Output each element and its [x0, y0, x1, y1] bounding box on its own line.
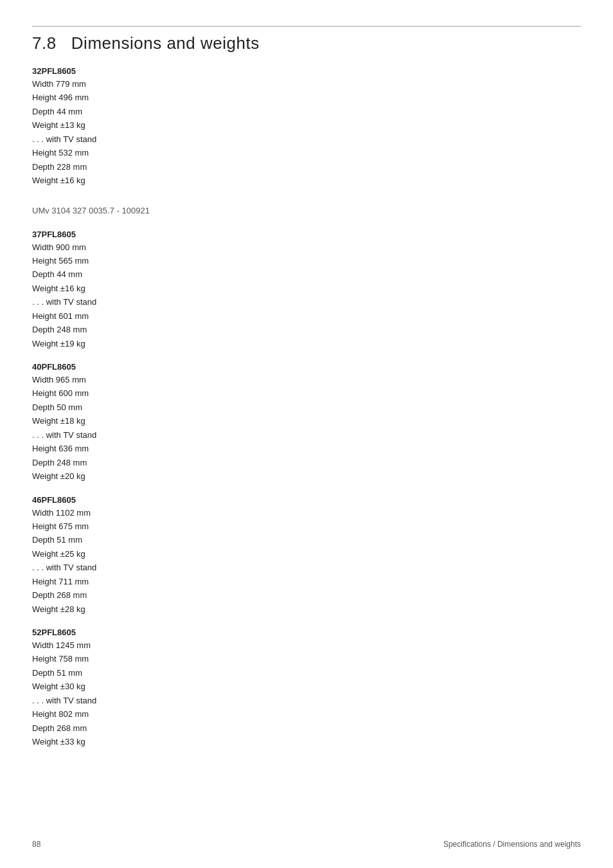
model-name-37pfl8605: 37PFL8605 [32, 230, 581, 239]
spec-line: Depth 44 mm [32, 105, 581, 118]
model-name-40pfl8605: 40PFL8605 [32, 362, 581, 372]
model-specs-32pfl8605: Width 779 mmHeight 496 mmDepth 44 mmWeig… [32, 77, 581, 188]
spec-line: Weight ±33 kg [32, 735, 581, 748]
spec-line: Height 601 mm [32, 309, 581, 323]
model-block-37pfl8605: 37PFL8605Width 900 mmHeight 565 mmDepth … [32, 230, 581, 351]
model-specs-52pfl8605: Width 1245 mmHeight 758 mmDepth 51 mmWei… [32, 638, 581, 749]
spec-line: Weight ±20 kg [32, 469, 581, 483]
spec-line: Depth 268 mm [32, 721, 581, 735]
page-number: 88 [32, 840, 40, 849]
spec-line: Weight ±16 kg [32, 282, 581, 295]
spec-line: Depth 228 mm [32, 160, 581, 174]
model-name-52pfl8605: 52PFL8605 [32, 628, 581, 637]
spec-line: Depth 51 mm [32, 533, 581, 547]
spec-line: Height 711 mm [32, 575, 581, 588]
model-name-46pfl8605: 46PFL8605 [32, 495, 581, 505]
model-specs-46pfl8605: Width 1102 mmHeight 675 mmDepth 51 mmWei… [32, 506, 581, 617]
model-name-32pfl8605: 32PFL8605 [32, 66, 581, 76]
model-specs-40pfl8605: Width 965 mmHeight 600 mmDepth 50 mmWeig… [32, 373, 581, 484]
spec-line: Weight ±25 kg [32, 547, 581, 561]
spec-line: Width 900 mm [32, 240, 581, 254]
um-code-inline: UMv 3104 327 0035.7 - 100921 [32, 206, 581, 215]
spec-line: Height 600 mm [32, 386, 581, 400]
spec-line: Depth 248 mm [32, 323, 581, 336]
spec-line: Width 779 mm [32, 77, 581, 91]
spec-line: Height 496 mm [32, 91, 581, 104]
spec-line: Depth 268 mm [32, 588, 581, 602]
model-block-52pfl8605: 52PFL8605Width 1245 mmHeight 758 mmDepth… [32, 628, 581, 749]
spec-line: Width 1245 mm [32, 638, 581, 652]
model-block-32pfl8605: 32PFL8605Width 779 mmHeight 496 mmDepth … [32, 66, 581, 188]
spec-line: . . . with TV stand [32, 694, 581, 707]
spec-line: Depth 44 mm [32, 267, 581, 281]
spec-line: Width 1102 mm [32, 506, 581, 520]
spec-line: Weight ±18 kg [32, 414, 581, 428]
models-container: 32PFL8605Width 779 mmHeight 496 mmDepth … [32, 66, 581, 749]
spec-line: Depth 50 mm [32, 401, 581, 414]
spec-line: Depth 51 mm [32, 666, 581, 680]
spec-line: . . . with TV stand [32, 295, 581, 309]
footer: 88 Specifications / Dimensions and weigh… [0, 840, 613, 849]
spec-line: Weight ±30 kg [32, 680, 581, 693]
model-block-40pfl8605: 40PFL8605Width 965 mmHeight 600 mmDepth … [32, 362, 581, 484]
spec-line: Weight ±28 kg [32, 602, 581, 616]
spec-line: Width 965 mm [32, 373, 581, 386]
spec-line: Height 802 mm [32, 707, 581, 721]
section-title: 7.8 Dimensions and weights [32, 26, 581, 53]
spec-line: Height 675 mm [32, 520, 581, 533]
spec-line: Weight ±19 kg [32, 337, 581, 350]
spec-line: Height 565 mm [32, 254, 581, 267]
spec-line: Height 532 mm [32, 146, 581, 159]
spec-line: . . . with TV stand [32, 132, 581, 146]
section-label: Specifications / Dimensions and weights [443, 840, 581, 849]
spec-line: Height 758 mm [32, 652, 581, 665]
spec-line: Weight ±13 kg [32, 118, 581, 132]
spec-line: Height 636 mm [32, 442, 581, 455]
model-specs-37pfl8605: Width 900 mmHeight 565 mmDepth 44 mmWeig… [32, 240, 581, 351]
spec-line: . . . with TV stand [32, 428, 581, 442]
model-block-46pfl8605: 46PFL8605Width 1102 mmHeight 675 mmDepth… [32, 495, 581, 617]
spec-line: . . . with TV stand [32, 561, 581, 574]
spec-line: Weight ±16 kg [32, 174, 581, 187]
section-number: 7.8 [32, 33, 57, 53]
page: 7.8 Dimensions and weights 32PFL8605Widt… [0, 0, 613, 868]
spec-line: Depth 248 mm [32, 456, 581, 469]
section-heading: Dimensions and weights [71, 33, 260, 53]
